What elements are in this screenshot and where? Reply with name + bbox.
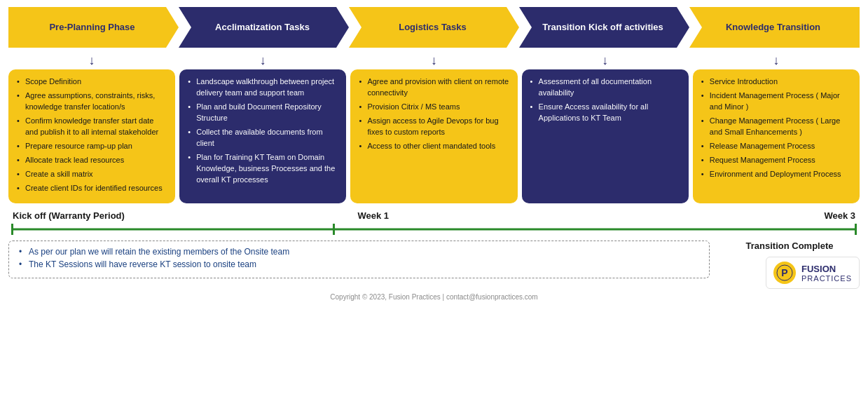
timeline-label-middle: Week 1 (358, 210, 390, 221)
pre-planning-card: Scope Definition Agree assumptions, cons… (8, 69, 175, 203)
list-item: Confirm knowledge transfer start date an… (17, 116, 167, 138)
timeline-tick-right (855, 224, 857, 235)
down-arrow-acclimatization: ↓ (179, 53, 346, 68)
logo-practices: PRACTICES (801, 274, 852, 283)
phase-logistics: Logistics Tasks (349, 7, 519, 48)
logo-text: FUSION PRACTICES (801, 264, 852, 283)
list-item: Assessment of all documentation availabi… (530, 76, 680, 99)
list-item: Collect the available documents from cli… (188, 127, 338, 149)
list-item: Access to other client mandated tools (359, 141, 509, 152)
list-item: Create client IDs for identified resourc… (17, 183, 167, 194)
list-item: Plan for Training KT Team on Domain Know… (188, 152, 338, 186)
list-item: Prepare resource ramp-up plan (17, 141, 167, 152)
svg-text:P: P (781, 267, 787, 278)
phase-knowledge-transition-label: Knowledge Transition (726, 22, 820, 34)
phase-knowledge-transition: Knowledge Transition (689, 7, 860, 48)
phase-pre-planning-label: Pre-Planning Phase (49, 22, 135, 34)
acclimatization-card: Landscape walkthrough between project de… (179, 69, 346, 203)
transition-complete-label: Transition Complete (746, 241, 834, 251)
down-arrow-transition-kickoff: ↓ (522, 53, 689, 68)
fusion-icon-svg: P (776, 264, 793, 281)
list-item: Agree assumptions, constraints, risks, k… (17, 90, 167, 113)
phase-acclimatization-label: Acclimatization Tasks (215, 22, 310, 34)
list-item: Change Management Process ( Large and Sm… (701, 116, 851, 138)
list-item: Allocate track lead resources (17, 155, 167, 166)
transition-kickoff-list: Assessment of all documentation availabi… (530, 76, 680, 124)
list-item: Release Management Process (701, 141, 851, 152)
list-item: Ensure Access availability for all Appli… (530, 102, 680, 124)
footer: Copyright © 2023, Fusion Practices | con… (8, 293, 860, 301)
main-container: Pre-Planning Phase Acclimatization Tasks… (0, 0, 868, 306)
notes-list: As per our plan we will retain the exist… (19, 247, 699, 269)
fusion-practices-logo: P FUSION PRACTICES (766, 257, 860, 289)
phase-pre-planning: Pre-Planning Phase (8, 7, 179, 48)
logo-icon: P (773, 262, 796, 284)
logo-fusion: FUSION (801, 264, 852, 274)
knowledge-transition-list: Service Introduction Incident Management… (701, 76, 851, 180)
list-item: Service Introduction (701, 76, 851, 88)
timeline-bar (11, 224, 857, 235)
phase-logistics-label: Logistics Tasks (399, 22, 467, 34)
notes-box: As per our plan we will retain the exist… (8, 241, 710, 278)
down-arrow-logistics: ↓ (350, 53, 517, 68)
cards-row: ↓ Scope Definition Agree assumptions, co… (8, 53, 860, 203)
list-item: Agree and provision with client on remot… (359, 76, 509, 99)
acclimatization-list: Landscape walkthrough between project de… (188, 76, 338, 185)
note-item-2: The KT Sessions will have reverse KT ses… (19, 259, 699, 269)
timeline-label-left: Kick off (Warranty Period) (13, 210, 125, 221)
note-item-1: As per our plan we will retain the exist… (19, 247, 699, 257)
down-arrow-knowledge-transition: ↓ (693, 53, 860, 68)
timeline-labels: Kick off (Warranty Period) Week 1 Week 3 (11, 210, 857, 221)
bottom-section: As per our plan we will retain the exist… (8, 241, 860, 289)
phase-acclimatization: Acclimatization Tasks (179, 7, 349, 48)
list-item: Provision Citrix / MS teams (359, 102, 509, 113)
list-item: Create a skill matrix (17, 169, 167, 180)
down-arrow-pre-planning: ↓ (8, 53, 175, 68)
list-item: Incident Management Process ( Major and … (701, 90, 851, 113)
list-item: Landscape walkthrough between project de… (188, 76, 338, 99)
phases-row: Pre-Planning Phase Acclimatization Tasks… (8, 7, 860, 48)
phase-transition-kickoff: Transition Kick off activities (519, 7, 689, 48)
timeline-section: Kick off (Warranty Period) Week 1 Week 3 (8, 210, 860, 235)
list-item: Assign access to Agile Devops for bug fi… (359, 116, 509, 138)
timeline-label-right: Week 3 (824, 210, 855, 221)
list-item: Scope Definition (17, 76, 167, 88)
list-item: Plan and build Document Repository Struc… (188, 102, 338, 124)
knowledge-transition-card: Service Introduction Incident Management… (693, 69, 860, 203)
pre-planning-list: Scope Definition Agree assumptions, cons… (17, 76, 167, 194)
transition-kickoff-card: Assessment of all documentation availabi… (522, 69, 689, 203)
logistics-list: Agree and provision with client on remot… (359, 76, 509, 152)
right-bottom: Transition Complete P FUSION PRACTICES (719, 241, 860, 289)
logistics-card: Agree and provision with client on remot… (350, 69, 517, 203)
timeline-tick-left (11, 224, 13, 235)
timeline-line (11, 229, 857, 231)
list-item: Environment and Deployment Process (701, 169, 851, 180)
phase-transition-kickoff-label: Transition Kick off activities (542, 22, 663, 34)
timeline-tick-middle (333, 224, 335, 235)
list-item: Request Management Process (701, 155, 851, 166)
